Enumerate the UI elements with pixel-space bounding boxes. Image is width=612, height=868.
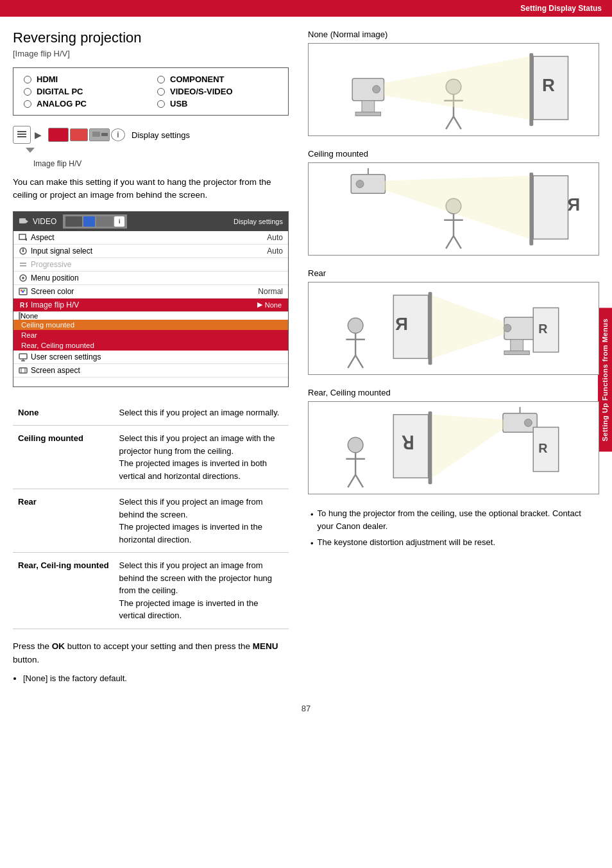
svg-rect-41: [355, 112, 380, 116]
press-ok-text: Press the OK button to accept your setti…: [13, 639, 289, 667]
svg-line-79: [348, 474, 355, 487]
menu-position-icon: [19, 273, 28, 282]
diagram-ceiling: R: [308, 162, 599, 256]
progressive-icon: [19, 260, 28, 269]
desc-def-ceiling: Select this if you project an image with…: [114, 426, 289, 489]
svg-rect-65: [511, 340, 523, 352]
radio-component: [157, 76, 165, 83]
vm-tab-info[interactable]: i: [114, 216, 124, 227]
desc-term-rear: Rear: [13, 489, 114, 553]
image-section-none: None (Normal image) R: [308, 30, 599, 136]
left-column: Reversing projection [Image flip H/V] HD…: [13, 30, 289, 684]
input-option-analog-pc: ANALOG PC: [24, 99, 144, 108]
svg-rect-14: [20, 265, 26, 266]
menu-arrow-icon: ▶: [35, 130, 42, 140]
body-text: You can make this setting if you want to…: [13, 176, 289, 202]
svg-text:R: R: [395, 314, 408, 334]
svg-marker-54: [384, 176, 530, 239]
side-tab: Setting Up Functions from Menus: [598, 308, 612, 452]
image-flip-label: Image flip H/V: [33, 159, 289, 168]
svg-line-53: [454, 236, 461, 248]
svg-rect-0: [17, 131, 26, 132]
vm-row-screen-color: Screen color Normal: [13, 285, 288, 299]
main-content: Reversing projection [Image flip H/V] HD…: [0, 17, 612, 697]
right-bullet-1: • To hung the projector from the ceiling…: [310, 507, 599, 532]
svg-line-39: [454, 116, 461, 129]
svg-point-48: [356, 180, 364, 188]
menu-tab-2[interactable]: [70, 128, 88, 141]
image-section-ceiling: Ceiling mounted R: [308, 149, 599, 256]
user-screen-icon: [19, 352, 28, 361]
image-flip-arrow-section: [13, 146, 289, 153]
svg-line-38: [446, 116, 454, 129]
svg-marker-42: [384, 56, 530, 120]
input-option-video-s-video: VIDEO/S-VIDEO: [157, 87, 278, 96]
caption-rear: Rear: [308, 268, 599, 278]
input-option-hdmi: HDMI: [24, 74, 144, 84]
radio-analog-pc: [24, 100, 31, 108]
menu-icon: [13, 126, 31, 144]
svg-marker-67: [432, 295, 504, 359]
vm-tab-1[interactable]: [65, 216, 82, 227]
screen-color-icon: [19, 287, 28, 296]
vm-row-screen-aspect: Screen aspect: [13, 364, 288, 378]
page-subtitle: [Image flip H/V]: [13, 49, 289, 58]
menu-bold: MENU: [253, 641, 278, 651]
svg-line-63: [348, 355, 355, 368]
menu-bar-section: ▶ i Display settings: [13, 126, 289, 144]
desc-row-ceiling: Ceiling mounted Select this if you proje…: [13, 426, 289, 489]
svg-text:ꓤ: ꓤ: [402, 433, 414, 453]
diagram-rear: R R: [308, 282, 599, 375]
image-section-rear-ceiling: Rear, Ceiling mounted ꓤ: [308, 388, 599, 494]
svg-text:R: R: [538, 322, 547, 336]
bullet-list: [None] is the factory default.: [23, 672, 289, 685]
vm-tab-3[interactable]: [96, 216, 113, 227]
vm-row-image-flip: RR Image flip H/V ▶ None: [13, 299, 288, 312]
video-menu: VIDEO i Display settings Aspect Auto: [13, 211, 289, 387]
page-number: 87: [0, 697, 612, 720]
svg-rect-44: [533, 176, 568, 239]
svg-point-76: [348, 437, 363, 453]
menu-tab-info[interactable]: i: [111, 128, 125, 141]
input-option-usb: USB: [157, 99, 278, 108]
desc-row-rear: Rear Select this if you project an image…: [13, 489, 289, 553]
svg-rect-27: [19, 368, 27, 373]
desc-term-none: None: [13, 400, 114, 426]
header-bar: Setting Display Status: [0, 0, 612, 17]
arrow-down-icon: [26, 148, 35, 153]
screen-aspect-icon: [19, 366, 28, 375]
svg-point-34: [373, 85, 380, 93]
none-label: None: [265, 301, 282, 309]
desc-def-rear: Select this if you project an image from…: [114, 489, 289, 553]
ok-bold: OK: [52, 641, 65, 651]
vm-spacer: [13, 378, 288, 386]
bullet-item-none: [None] is the factory default.: [23, 672, 289, 685]
svg-point-12: [22, 250, 24, 252]
svg-rect-43: [529, 173, 533, 245]
svg-point-59: [504, 324, 511, 332]
vm-row-input-signal: Input signal select Auto: [13, 245, 288, 258]
menu-tab-1[interactable]: [48, 128, 69, 142]
svg-text:R: R: [25, 302, 28, 309]
display-settings-label: Display settings: [132, 130, 190, 140]
svg-rect-4: [101, 133, 108, 136]
radio-digital-pc: [24, 88, 31, 96]
svg-rect-40: [362, 101, 375, 114]
input-signal-icon: [19, 247, 28, 256]
svg-line-52: [446, 236, 454, 248]
radio-video-s-video: [157, 88, 165, 96]
svg-rect-55: [429, 292, 432, 365]
svg-rect-30: [529, 53, 533, 126]
svg-point-75: [524, 419, 532, 427]
radio-hdmi: [24, 76, 31, 83]
input-options-box: HDMI COMPONENT DIGITAL PC VIDEO/S-VIDEO …: [13, 67, 289, 116]
desc-def-rear-ceiling: Select this if you project an image from…: [114, 553, 289, 629]
vm-tab-2[interactable]: [83, 216, 95, 227]
svg-rect-21: [22, 291, 24, 293]
svg-line-80: [355, 474, 363, 487]
vm-row-progressive: Progressive: [13, 258, 288, 272]
svg-rect-3: [92, 132, 100, 137]
svg-text:R: R: [542, 75, 555, 95]
menu-tab-3[interactable]: [89, 128, 110, 141]
svg-rect-5: [19, 218, 26, 223]
